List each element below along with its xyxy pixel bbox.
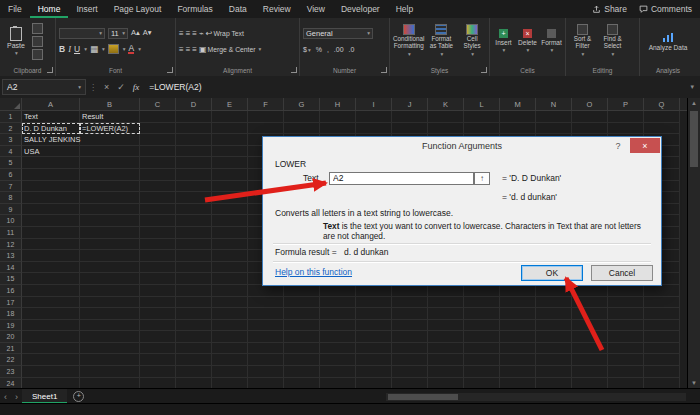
cell-E8[interactable]: [212, 192, 248, 204]
cell-A1[interactable]: Text: [22, 111, 80, 123]
row-header-22[interactable]: 22: [0, 354, 22, 366]
row-header-23[interactable]: 23: [0, 366, 22, 378]
cell-Q20[interactable]: [644, 331, 680, 343]
cell-O16[interactable]: [572, 285, 608, 297]
column-header-K[interactable]: K: [428, 98, 464, 111]
alignment-dialog-launcher[interactable]: [291, 67, 297, 73]
cell-N19[interactable]: [536, 320, 572, 332]
cell-H16[interactable]: [320, 285, 356, 297]
cell-E3[interactable]: [212, 134, 248, 146]
row-header-16[interactable]: 16: [0, 285, 22, 297]
column-header-N[interactable]: N: [536, 98, 572, 111]
cell-D3[interactable]: [176, 134, 212, 146]
horizontal-scroll-thumb[interactable]: [388, 394, 458, 400]
underline-button[interactable]: U: [74, 44, 80, 54]
enter-entry-button[interactable]: ✓: [113, 82, 129, 92]
column-header-J[interactable]: J: [392, 98, 428, 111]
cell-B19[interactable]: [80, 320, 140, 332]
ribbon-tab-file[interactable]: File: [0, 0, 30, 18]
cell-P2[interactable]: [608, 123, 644, 135]
cell-N20[interactable]: [536, 331, 572, 343]
cell-N21[interactable]: [536, 343, 572, 355]
cell-D21[interactable]: [176, 343, 212, 355]
cell-C1[interactable]: [140, 111, 176, 123]
align-right-icon[interactable]: ≡: [192, 45, 196, 54]
cell-K18[interactable]: [428, 308, 464, 320]
cell-P18[interactable]: [608, 308, 644, 320]
vertical-scroll-thumb[interactable]: [690, 111, 698, 167]
cell-E20[interactable]: [212, 331, 248, 343]
sort-filter-button[interactable]: Sort & Filter ▾: [569, 24, 596, 57]
cell-G20[interactable]: [284, 331, 320, 343]
cell-N1[interactable]: [536, 111, 572, 123]
cell-A4[interactable]: USA: [22, 146, 80, 158]
cell-A12[interactable]: [22, 239, 80, 251]
cell-B20[interactable]: [80, 331, 140, 343]
cell-A3[interactable]: SALLY JENKINS: [22, 134, 80, 146]
cell-J22[interactable]: [392, 354, 428, 366]
cell-I20[interactable]: [356, 331, 392, 343]
delete-cells-button[interactable]: × Delete ▾: [517, 29, 538, 53]
cell-O23[interactable]: [572, 366, 608, 378]
cell-J21[interactable]: [392, 343, 428, 355]
ribbon-tab-view[interactable]: View: [299, 0, 333, 18]
cell-C13[interactable]: [140, 250, 176, 262]
row-header-8[interactable]: 8: [0, 192, 22, 204]
cell-M19[interactable]: [500, 320, 536, 332]
dialog-help-button[interactable]: ?: [606, 138, 630, 153]
cell-N18[interactable]: [536, 308, 572, 320]
ribbon-tab-developer[interactable]: Developer: [333, 0, 388, 18]
cell-B4[interactable]: [80, 146, 140, 158]
cell-I17[interactable]: [356, 297, 392, 309]
cell-E5[interactable]: [212, 157, 248, 169]
cell-F20[interactable]: [248, 331, 284, 343]
cell-J19[interactable]: [392, 320, 428, 332]
cell-K17[interactable]: [428, 297, 464, 309]
cell-Q1[interactable]: [644, 111, 680, 123]
row-header-2[interactable]: 2: [0, 123, 22, 135]
cell-A10[interactable]: [22, 215, 80, 227]
cell-N22[interactable]: [536, 354, 572, 366]
cell-E12[interactable]: [212, 239, 248, 251]
cell-F22[interactable]: [248, 354, 284, 366]
cell-B1[interactable]: Result: [80, 111, 140, 123]
number-format-select[interactable]: General▾: [303, 28, 373, 39]
cell-E10[interactable]: [212, 215, 248, 227]
cell-P21[interactable]: [608, 343, 644, 355]
cell-D20[interactable]: [176, 331, 212, 343]
cell-O2[interactable]: [572, 123, 608, 135]
cell-A23[interactable]: [22, 366, 80, 378]
cell-P17[interactable]: [608, 297, 644, 309]
cell-C6[interactable]: [140, 169, 176, 181]
analyze-data-button[interactable]: Analyze Data: [646, 32, 691, 51]
column-header-G[interactable]: G: [284, 98, 320, 111]
cell-B21[interactable]: [80, 343, 140, 355]
find-select-button[interactable]: Find & Select ▾: [599, 24, 626, 57]
align-left-icon[interactable]: ≡: [179, 45, 183, 54]
column-header-F[interactable]: F: [248, 98, 284, 111]
cell-C22[interactable]: [140, 354, 176, 366]
cell-P23[interactable]: [608, 366, 644, 378]
cell-D4[interactable]: [176, 146, 212, 158]
cell-D14[interactable]: [176, 262, 212, 274]
cell-J17[interactable]: [392, 297, 428, 309]
column-header-P[interactable]: P: [608, 98, 644, 111]
cell-E13[interactable]: [212, 250, 248, 262]
cell-F23[interactable]: [248, 366, 284, 378]
cell-C23[interactable]: [140, 366, 176, 378]
cell-B10[interactable]: [80, 215, 140, 227]
cell-F1[interactable]: [248, 111, 284, 123]
cell-O22[interactable]: [572, 354, 608, 366]
cell-E16[interactable]: [212, 285, 248, 297]
ribbon-tab-data[interactable]: Data: [221, 0, 255, 18]
cell-Q23[interactable]: [644, 366, 680, 378]
wrap-text-button[interactable]: ↩ Wrap Text: [206, 29, 244, 38]
column-header-C[interactable]: C: [140, 98, 176, 111]
cell-P1[interactable]: [608, 111, 644, 123]
cell-C5[interactable]: [140, 157, 176, 169]
cell-G16[interactable]: [284, 285, 320, 297]
cell-B5[interactable]: [80, 157, 140, 169]
format-painter-icon[interactable]: [32, 49, 43, 60]
cell-B14[interactable]: [80, 262, 140, 274]
cell-Q17[interactable]: [644, 297, 680, 309]
